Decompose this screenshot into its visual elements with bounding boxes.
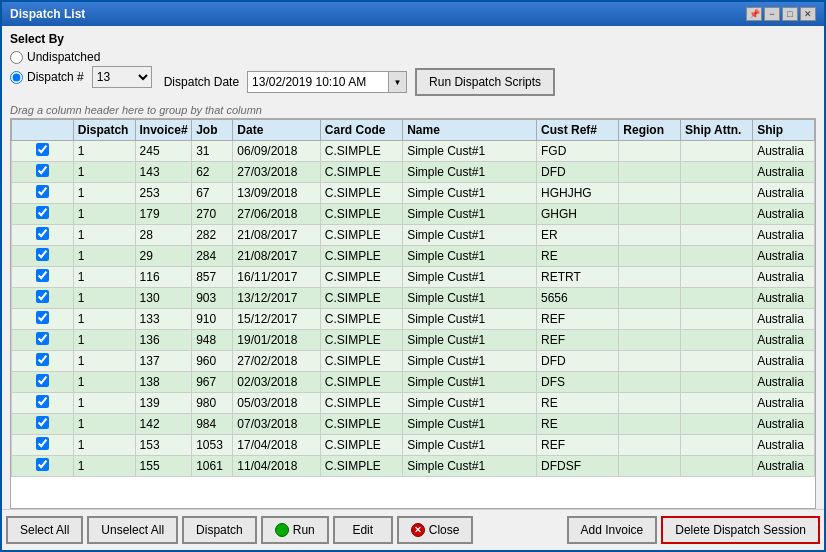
row-ship: Australia <box>753 330 815 351</box>
row-ship: Australia <box>753 204 815 225</box>
date-dropdown-btn[interactable]: ▼ <box>388 72 406 92</box>
row-checkbox[interactable] <box>36 437 49 450</box>
row-ship: Australia <box>753 162 815 183</box>
run-scripts-button[interactable]: Run Dispatch Scripts <box>415 68 555 96</box>
row-custref: DFDSF <box>536 456 618 477</box>
row-checkbox[interactable] <box>36 248 49 261</box>
table-row: 1153105317/04/2018C.SIMPLESimple Cust#1R… <box>12 435 815 456</box>
table-row: 117927027/06/2018C.SIMPLESimple Cust#1GH… <box>12 204 815 225</box>
row-job: 857 <box>192 267 233 288</box>
row-checkbox-cell <box>12 393 74 414</box>
row-shipattn <box>681 141 753 162</box>
row-job: 282 <box>192 225 233 246</box>
dispatch-date-input[interactable] <box>248 72 388 92</box>
row-checkbox[interactable] <box>36 416 49 429</box>
select-all-button[interactable]: Select All <box>6 516 83 544</box>
row-region <box>619 162 681 183</box>
row-checkbox-cell <box>12 435 74 456</box>
col-header-date[interactable]: Date <box>233 120 321 141</box>
row-checkbox[interactable] <box>36 311 49 324</box>
pin-button[interactable]: 📌 <box>746 7 762 21</box>
row-checkbox[interactable] <box>36 332 49 345</box>
row-shipattn <box>681 372 753 393</box>
col-header-ship[interactable]: Ship <box>753 120 815 141</box>
close-button[interactable]: ✕ <box>800 7 816 21</box>
row-job: 984 <box>192 414 233 435</box>
maximize-button[interactable]: □ <box>782 7 798 21</box>
row-custref: REF <box>536 330 618 351</box>
row-custref: REF <box>536 309 618 330</box>
col-header-dispatch[interactable]: Dispatch <box>73 120 135 141</box>
row-invoice: 137 <box>135 351 192 372</box>
row-cardcode: C.SIMPLE <box>320 372 402 393</box>
table-row: 12928421/08/2017C.SIMPLESimple Cust#1REA… <box>12 246 815 267</box>
row-checkbox[interactable] <box>36 185 49 198</box>
row-checkbox[interactable] <box>36 143 49 156</box>
close-button[interactable]: ✕ Close <box>397 516 474 544</box>
table-row: 114298407/03/2018C.SIMPLESimple Cust#1RE… <box>12 414 815 435</box>
undispatched-label[interactable]: Undispatched <box>27 50 100 64</box>
table-row: 12536713/09/2018C.SIMPLESimple Cust#1HGH… <box>12 183 815 204</box>
minimize-button[interactable]: − <box>764 7 780 21</box>
row-name: Simple Cust#1 <box>403 267 537 288</box>
row-checkbox-cell <box>12 330 74 351</box>
footer-right: Add Invoice Delete Dispatch Session <box>567 516 820 544</box>
close-label: Close <box>429 523 460 537</box>
row-checkbox[interactable] <box>36 395 49 408</box>
radio-group: Undispatched Dispatch # 13 <box>10 50 152 88</box>
unselect-all-button[interactable]: Unselect All <box>87 516 178 544</box>
row-checkbox[interactable] <box>36 353 49 366</box>
row-checkbox[interactable] <box>36 206 49 219</box>
row-checkbox[interactable] <box>36 227 49 240</box>
col-header-invoice[interactable]: Invoice# <box>135 120 192 141</box>
row-dispatch: 1 <box>73 351 135 372</box>
add-invoice-button[interactable]: Add Invoice <box>567 516 658 544</box>
row-invoice: 139 <box>135 393 192 414</box>
row-dispatch: 1 <box>73 414 135 435</box>
row-checkbox[interactable] <box>36 290 49 303</box>
row-checkbox-cell <box>12 246 74 267</box>
dispatch-num-radio[interactable] <box>10 71 23 84</box>
undispatched-radio[interactable] <box>10 51 23 64</box>
delete-dispatch-session-button[interactable]: Delete Dispatch Session <box>661 516 820 544</box>
row-region <box>619 351 681 372</box>
edit-button[interactable]: Edit <box>333 516 393 544</box>
row-cardcode: C.SIMPLE <box>320 330 402 351</box>
dispatch-num-label[interactable]: Dispatch # <box>27 70 84 84</box>
row-job: 948 <box>192 330 233 351</box>
row-name: Simple Cust#1 <box>403 351 537 372</box>
row-date: 27/03/2018 <box>233 162 321 183</box>
row-checkbox[interactable] <box>36 458 49 471</box>
col-header-region[interactable]: Region <box>619 120 681 141</box>
row-shipattn <box>681 246 753 267</box>
col-header-job[interactable]: Job <box>192 120 233 141</box>
row-name: Simple Cust#1 <box>403 225 537 246</box>
undispatched-radio-row: Undispatched <box>10 50 152 64</box>
row-date: 11/04/2018 <box>233 456 321 477</box>
row-ship: Australia <box>753 309 815 330</box>
row-dispatch: 1 <box>73 456 135 477</box>
dispatch-button[interactable]: Dispatch <box>182 516 257 544</box>
row-cardcode: C.SIMPLE <box>320 309 402 330</box>
dispatch-table-container[interactable]: Dispatch Invoice# Job Date Card Code Nam… <box>10 118 816 509</box>
row-invoice: 138 <box>135 372 192 393</box>
row-cardcode: C.SIMPLE <box>320 267 402 288</box>
row-region <box>619 435 681 456</box>
row-ship: Australia <box>753 288 815 309</box>
dispatch-num-select[interactable]: 13 <box>92 66 152 88</box>
select-by-label: Select By <box>10 32 64 46</box>
row-ship: Australia <box>753 246 815 267</box>
col-header-name[interactable]: Name <box>403 120 537 141</box>
row-checkbox[interactable] <box>36 164 49 177</box>
row-checkbox-cell <box>12 372 74 393</box>
col-header-shipattn[interactable]: Ship Attn. <box>681 120 753 141</box>
row-checkbox[interactable] <box>36 374 49 387</box>
run-label: Run <box>293 523 315 537</box>
row-region <box>619 141 681 162</box>
run-button[interactable]: Run <box>261 516 329 544</box>
dispatch-date-combo[interactable]: ▼ <box>247 71 407 93</box>
col-header-cardcode[interactable]: Card Code <box>320 120 402 141</box>
col-header-custref[interactable]: Cust Ref# <box>536 120 618 141</box>
row-cardcode: C.SIMPLE <box>320 162 402 183</box>
row-checkbox[interactable] <box>36 269 49 282</box>
